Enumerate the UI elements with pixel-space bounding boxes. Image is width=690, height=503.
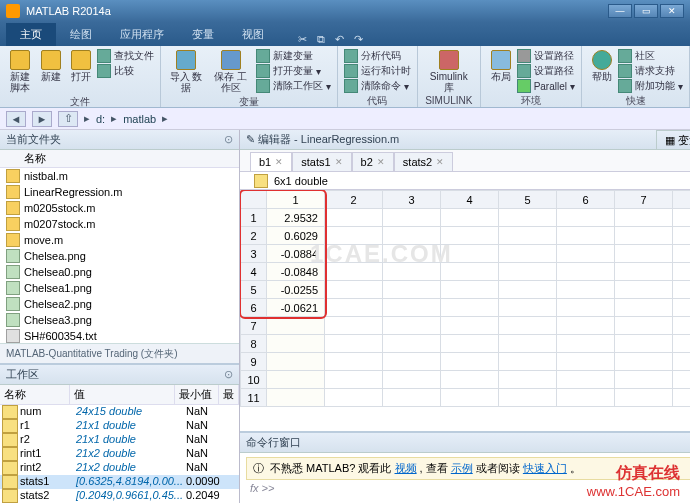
grid-cell[interactable] xyxy=(441,371,499,389)
grid-cell[interactable] xyxy=(557,335,615,353)
grid-cell[interactable] xyxy=(615,335,673,353)
grid-cell[interactable] xyxy=(325,389,383,407)
grid-cell[interactable] xyxy=(557,281,615,299)
workspace-row[interactable]: r221x1 doubleNaN xyxy=(0,433,239,447)
file-item[interactable]: m0205stock.m xyxy=(0,200,239,216)
new-variable-button[interactable]: 新建变量 xyxy=(256,49,331,63)
grid-cell[interactable] xyxy=(615,353,673,371)
compare-button[interactable]: 比较 xyxy=(97,64,154,78)
grid-cell[interactable] xyxy=(441,299,499,317)
grid-cell[interactable] xyxy=(383,245,441,263)
grid-cell[interactable] xyxy=(383,335,441,353)
grid-cell[interactable] xyxy=(673,281,691,299)
ribbon-tab-plot[interactable]: 绘图 xyxy=(56,23,106,46)
grid-cell[interactable] xyxy=(383,389,441,407)
grid-cell[interactable] xyxy=(557,299,615,317)
grid-cell[interactable]: -0.0255 xyxy=(267,281,325,299)
grid-cell[interactable] xyxy=(557,209,615,227)
file-item[interactable]: m0207stock.m xyxy=(0,216,239,232)
grid-row-header[interactable]: 7 xyxy=(241,317,267,335)
grid-row-header[interactable]: 5 xyxy=(241,281,267,299)
grid-cell[interactable] xyxy=(325,335,383,353)
variable-tab[interactable]: stats2✕ xyxy=(394,152,453,171)
grid-cell[interactable] xyxy=(325,317,383,335)
grid-cell[interactable] xyxy=(499,281,557,299)
file-item[interactable]: nistbal.m xyxy=(0,168,239,184)
grid-cell[interactable] xyxy=(325,371,383,389)
variable-tab[interactable]: stats1✕ xyxy=(292,152,351,171)
grid-cell[interactable] xyxy=(673,371,691,389)
grid-col-header[interactable]: 7 xyxy=(615,191,673,209)
simulink-lib-button[interactable]: Simulink 库 xyxy=(424,49,474,94)
grid-cell[interactable] xyxy=(557,227,615,245)
file-item[interactable]: Chelsea.png xyxy=(0,248,239,264)
path-drive[interactable]: d: xyxy=(96,113,105,125)
open-variable-button[interactable]: 打开变量▾ xyxy=(256,64,331,78)
qat-copy-icon[interactable]: ⧉ xyxy=(317,33,325,46)
grid-cell[interactable] xyxy=(267,389,325,407)
grid-row-header[interactable]: 9 xyxy=(241,353,267,371)
find-files-button[interactable]: 查找文件 xyxy=(97,49,154,63)
ribbon-tab-apps[interactable]: 应用程序 xyxy=(106,23,178,46)
grid-cell[interactable] xyxy=(615,281,673,299)
grid-cell[interactable] xyxy=(325,209,383,227)
grid-cell[interactable] xyxy=(267,371,325,389)
grid-cell[interactable] xyxy=(499,371,557,389)
grid-row-header[interactable]: 3 xyxy=(241,245,267,263)
grid-col-header[interactable]: 2 xyxy=(325,191,383,209)
grid-cell[interactable] xyxy=(383,227,441,245)
import-data-button[interactable]: 导入 数据 xyxy=(167,49,206,94)
grid-row-header[interactable]: 1 xyxy=(241,209,267,227)
grid-cell[interactable] xyxy=(557,317,615,335)
ws-col-min[interactable]: 最小值 xyxy=(175,385,219,404)
grid-row-header[interactable]: 8 xyxy=(241,335,267,353)
grid-row-header[interactable]: 6 xyxy=(241,299,267,317)
grid-cell[interactable] xyxy=(673,317,691,335)
grid-cell[interactable] xyxy=(441,245,499,263)
grid-cell[interactable] xyxy=(325,353,383,371)
grid-cell[interactable] xyxy=(325,227,383,245)
grid-cell[interactable] xyxy=(383,371,441,389)
grid-cell[interactable] xyxy=(267,335,325,353)
panel-menu-icon[interactable]: ⊙ xyxy=(224,368,233,381)
grid-col-header[interactable]: 4 xyxy=(441,191,499,209)
grid-cell[interactable] xyxy=(499,389,557,407)
help-button[interactable]: 帮助 xyxy=(588,49,616,83)
grid-cell[interactable]: -0.0621 xyxy=(267,299,325,317)
run-and-time-button[interactable]: 运行和计时 xyxy=(344,64,411,78)
grid-row-header[interactable]: 10 xyxy=(241,371,267,389)
grid-cell[interactable] xyxy=(441,281,499,299)
file-item[interactable]: SH#600354.txt xyxy=(0,328,239,343)
grid-cell[interactable] xyxy=(673,353,691,371)
grid-cell[interactable] xyxy=(673,227,691,245)
path-forward-button[interactable]: ► xyxy=(32,111,52,127)
grid-cell[interactable] xyxy=(499,245,557,263)
parallel-button[interactable]: Parallel▾ xyxy=(517,79,575,93)
grid-cell[interactable] xyxy=(499,317,557,335)
video-link[interactable]: 视频 xyxy=(395,462,417,474)
grid-col-header[interactable]: 1 xyxy=(267,191,325,209)
tab-close-icon[interactable]: ✕ xyxy=(275,157,283,167)
workspace-row[interactable]: rint121x2 doubleNaN xyxy=(0,447,239,461)
file-item[interactable]: Chelsea3.png xyxy=(0,312,239,328)
grid-cell[interactable] xyxy=(615,263,673,281)
tab-close-icon[interactable]: ✕ xyxy=(436,157,444,167)
grid-cell[interactable] xyxy=(441,263,499,281)
grid-cell[interactable] xyxy=(441,209,499,227)
grid-cell[interactable] xyxy=(267,317,325,335)
analyze-code-button[interactable]: 分析代码 xyxy=(344,49,411,63)
grid-cell[interactable] xyxy=(557,371,615,389)
grid-cell[interactable] xyxy=(383,317,441,335)
grid-cell[interactable] xyxy=(441,353,499,371)
grid-cell[interactable] xyxy=(383,263,441,281)
grid-cell[interactable] xyxy=(499,227,557,245)
ws-col-max[interactable]: 最 xyxy=(219,385,239,404)
grid-cell[interactable] xyxy=(499,335,557,353)
ribbon-tab-variable[interactable]: 变量 xyxy=(178,23,228,46)
new-button[interactable]: 新建 xyxy=(37,49,65,83)
save-workspace-button[interactable]: 保存 工作区 xyxy=(207,49,253,94)
grid-col-header[interactable]: 3 xyxy=(383,191,441,209)
workspace-row[interactable]: stats2[0.2049,0.9661,0.45...0.2049 xyxy=(0,489,239,503)
grid-cell[interactable] xyxy=(673,245,691,263)
clear-workspace-button[interactable]: 清除工作区▾ xyxy=(256,79,331,93)
